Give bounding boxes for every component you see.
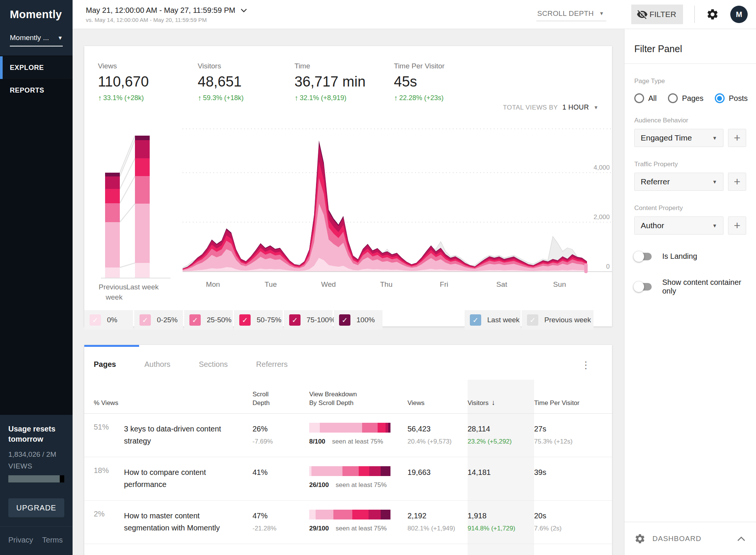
radio-label: Posts — [729, 94, 748, 103]
settings-button[interactable] — [706, 8, 719, 21]
time-per-visitor-value: 27s — [534, 423, 612, 435]
table-row[interactable]: 18%How to compare content performance41%… — [84, 457, 612, 501]
bar-segment — [135, 136, 150, 140]
legend-label: 0% — [107, 316, 117, 324]
legend-tier-0pct[interactable]: ✓0% — [84, 310, 133, 330]
sidebar-item-explore[interactable]: EXPLORE — [0, 56, 73, 79]
chevron-down-icon: ▼ — [712, 179, 717, 185]
legend-last-week[interactable]: ✓Last week — [465, 310, 521, 330]
avatar[interactable]: M — [730, 6, 748, 23]
gear-icon — [634, 533, 646, 544]
bar-connector-line — [120, 204, 135, 222]
filter-group-label-audience-behavior: Audience Behavior — [634, 117, 746, 124]
breakdown-segment — [316, 510, 333, 519]
column-header-line: Views — [407, 399, 468, 407]
table-tabs: PagesAuthorsSectionsReferrers ⋮ — [84, 345, 612, 380]
arrow-up-icon: ↑ — [394, 94, 398, 102]
filter-panel-title: Filter Panel — [624, 29, 756, 63]
cell — [534, 544, 612, 555]
active-tab-indicator — [84, 345, 139, 347]
chart-interval-selector[interactable]: TOTAL VIEWS BY 1 HOUR ▼ — [503, 104, 598, 111]
tab-sections[interactable]: Sections — [199, 360, 228, 369]
filter-button-label: FILTER — [649, 10, 676, 19]
metric-value: 110,670 — [98, 74, 198, 90]
cell-scroll-depth: 47%-21.28% — [253, 501, 309, 544]
add-filter-button[interactable]: + — [728, 129, 746, 147]
time-per-visitor-value: 20s — [534, 510, 612, 522]
breakdown-segment — [378, 423, 386, 433]
tab-referrers[interactable]: Referrers — [256, 360, 288, 369]
checkbox-icon: ✓ — [470, 314, 481, 326]
breakdown-caption-text: seen at least 75% — [336, 525, 387, 532]
legend-tier-100pct[interactable]: ✓100% — [334, 310, 383, 330]
table-row[interactable]: 2%How to master content segmentation wit… — [84, 501, 612, 544]
upgrade-button[interactable]: UPGRADE — [8, 498, 64, 517]
chart-legend: ✓0%✓0-25%✓25-50%✓50-75%✓75-100%✓100%✓Las… — [84, 310, 612, 330]
breakdown-segment — [309, 423, 320, 433]
terms-link[interactable]: Terms — [42, 536, 63, 544]
legend-previous-week[interactable]: ✓Previous week — [522, 310, 593, 330]
table-header-row: % ViewsScrollDepthView BreakdownBy Scrol… — [84, 380, 612, 414]
topbar: May 21, 12:00:00 AM - May 27, 11:59:59 P… — [73, 0, 756, 29]
page-title-link[interactable]: How to compare content performance — [124, 466, 253, 490]
date-range-label: May 21, 12:00:00 AM - May 27, 11:59:59 P… — [86, 6, 235, 15]
data-end-marker — [584, 263, 588, 273]
legend-tier-25-50pct[interactable]: ✓25-50% — [184, 310, 233, 330]
radio-posts[interactable]: Posts — [715, 93, 748, 103]
select-content-property[interactable]: Author▼ — [634, 216, 723, 235]
radio-all[interactable]: All — [634, 93, 657, 103]
tab-pages[interactable]: Pages — [94, 360, 116, 369]
chevron-down-icon — [240, 8, 247, 13]
privacy-link[interactable]: Privacy — [8, 536, 33, 544]
filter-toggle-button[interactable]: FILTER — [631, 5, 683, 24]
checkbox-icon: ✓ — [239, 314, 251, 326]
bar-connector-line — [120, 136, 135, 173]
bar-label: Last week — [126, 283, 159, 291]
page-title-link[interactable]: 3 keys to data-driven content strategy — [124, 423, 253, 447]
cell-visitors: 1,918914.8% (+1,729) — [468, 501, 534, 544]
column-header--views: % Views — [94, 380, 124, 413]
radio-group-page-type: AllPagesPosts — [634, 93, 746, 103]
legend-label: 75-100% — [307, 316, 335, 324]
select-row-audience-behavior: Engaged Time▼+ — [634, 129, 746, 147]
radio-label: All — [648, 94, 657, 103]
checkbox-icon: ✓ — [289, 314, 301, 326]
legend-label: 25-50% — [207, 316, 232, 324]
breakdown-segment — [359, 466, 369, 476]
legend-tier-75-100pct[interactable]: ✓75-100% — [284, 310, 333, 330]
chart-row: PreviousweekLast week 4,0002,0000MonTueW… — [84, 124, 612, 302]
date-range-selector[interactable]: May 21, 12:00:00 AM - May 27, 11:59:59 P… — [86, 6, 247, 23]
usage-unit: VIEWS — [8, 462, 64, 470]
select-traffic-property[interactable]: Referrer▼ — [634, 173, 723, 191]
column-header-line: View Breakdown — [309, 390, 407, 399]
visitors-value: 28,114 — [468, 423, 534, 435]
breakdown-segment — [381, 510, 390, 519]
chevron-up-icon — [737, 536, 745, 541]
toggle-show-content-container-only[interactable]: Show content container only — [634, 278, 746, 295]
select-value: Author — [641, 221, 664, 230]
sidebar-item-reports[interactable]: REPORTS — [0, 79, 73, 102]
filter-group-label-traffic-property: Traffic Property — [634, 161, 746, 168]
column-header-time-per-visitor: Time Per Visitor — [534, 380, 612, 413]
cell-visitors — [468, 544, 534, 555]
toggle-is-landing[interactable]: Is Landing — [634, 252, 746, 261]
table-row[interactable] — [84, 544, 612, 555]
column-header-visitors[interactable]: Visitors↓ — [468, 380, 534, 413]
table-row[interactable]: 51%3 keys to data-driven content strateg… — [84, 414, 612, 457]
add-filter-button[interactable]: + — [728, 216, 746, 235]
sidebar-nav: EXPLOREREPORTS — [0, 56, 73, 415]
select-audience-behavior[interactable]: Engaged Time▼ — [634, 129, 723, 147]
breakdown-segment — [320, 423, 362, 433]
dashboard-footer-toggle[interactable]: DASHBOARD — [624, 522, 756, 555]
metric-selector[interactable]: SCROLL DEPTH ▼ — [536, 8, 606, 21]
tab-authors[interactable]: Authors — [144, 360, 170, 369]
metric-label: Time Per Visitor — [394, 62, 445, 70]
legend-tier-0-25pct[interactable]: ✓0-25% — [134, 310, 183, 330]
kebab-menu-icon[interactable]: ⋮ — [581, 360, 591, 370]
add-filter-button[interactable]: + — [728, 173, 746, 191]
page-title-link[interactable]: How to master content segmentation with … — [124, 510, 253, 534]
legend-tier-50-75pct[interactable]: ✓50-75% — [234, 310, 283, 330]
select-value: Referrer — [641, 177, 670, 186]
radio-pages[interactable]: Pages — [668, 93, 703, 103]
account-selector[interactable]: Momently ... ▼ — [10, 34, 63, 46]
